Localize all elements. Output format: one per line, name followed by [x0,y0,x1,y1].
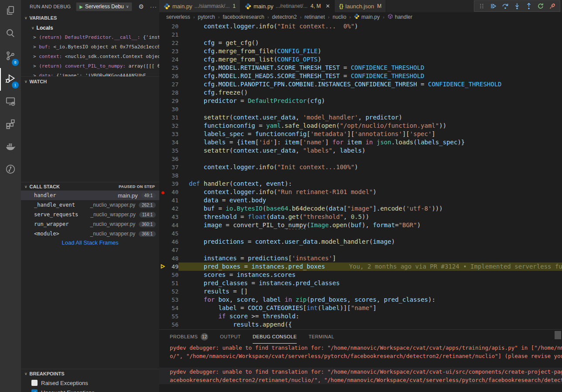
activity-docker[interactable] [0,136,21,159]
gutter-cell[interactable] [159,304,166,312]
stack-frame-row[interactable]: serve_requests_nuclio_wrapper.py114:1 [21,210,159,219]
editor-tab-main.py[interactable]: main.py.../siammask/...1 [159,0,240,12]
gutter-cell[interactable] [159,39,166,47]
variables-section-header[interactable]: ∨ VARIABLES [21,14,159,22]
gutter-cell[interactable] [159,171,166,180]
gutter-cell[interactable] [159,320,166,329]
breakpoint-icon[interactable]: ● [159,188,166,196]
close-icon[interactable]: ✕ [326,3,330,9]
step-into-icon[interactable] [514,3,521,10]
gutter-cell[interactable] [159,72,166,80]
code-line-20: 20 context.logger.info("Init context... … [159,22,562,31]
line-number: 41 [166,196,178,205]
gutter-cell[interactable] [159,47,166,55]
gutter-cell[interactable] [159,31,166,39]
gutter-cell[interactable] [159,163,166,171]
variable-row[interactable]: > context: <nuclio_sdk.context.Context o… [21,52,159,61]
gutter-cell[interactable] [159,180,166,188]
gear-icon[interactable]: ⚙ [138,3,144,10]
launch-config-dropdown[interactable]: ▶ Serverless Debu ∨ [76,2,132,11]
panel-scrollbar-thumb[interactable] [555,331,561,339]
gutter-cell[interactable] [159,22,166,31]
watch-section-header[interactable]: ∨ WATCH [21,76,159,86]
gutter-cell[interactable] [159,296,166,304]
locals-scope-row[interactable]: ∨ Locals [21,23,159,33]
disconnect-icon[interactable] [549,3,556,10]
breadcrumb-separator: › [193,14,195,20]
breadcrumb-item-pytorch[interactable]: pytorch [198,14,215,20]
breadcrumb-separator: › [300,14,302,20]
gutter-cell[interactable] [159,97,166,105]
breadcrumb-item-handler[interactable]: handler [387,14,412,20]
frame-name: handler [34,192,56,198]
console-log-entry[interactable]: pydev debugger: unable to find translati… [159,344,562,360]
activity-commit-graph[interactable] [0,159,21,181]
panel-tab-output[interactable]: OUTPUT [220,330,241,344]
continue-icon[interactable] [490,3,497,10]
gutter-cell[interactable] [159,138,166,147]
gutter-cell[interactable] [159,221,166,229]
checkbox-unchecked[interactable] [31,380,38,386]
breadcrumb-item-facebookresearch[interactable]: facebookresearch [223,14,264,20]
activity-run-debug[interactable]: 1 [0,68,21,91]
stack-frame-row[interactable]: run_wrapper_nuclio_wrapper.py360:1 [21,219,159,229]
gutter-cell[interactable] [159,122,166,130]
gutter-cell[interactable] [159,80,166,89]
variable-row[interactable]: > data: {'image': 'iVBORw0KGgoAAAANSUhE… [21,71,159,76]
variable-row[interactable]: > (return) convert_PIL_to_numpy: array([… [21,61,159,71]
call-stack-section-header[interactable]: ∨ CALL STACK PAUSED ON STEP [21,182,159,191]
gutter-cell[interactable] [159,64,166,72]
panel-tab-debug-console[interactable]: DEBUG CONSOLE [253,330,297,344]
checkbox-checked[interactable]: ✓ [31,389,38,392]
gutter-cell[interactable] [159,55,166,64]
variable-row[interactable]: > (return) DefaultPredictor.__call__: {'… [21,33,159,42]
breadcrumb-item-serverless[interactable]: serverless [166,14,190,20]
breadcrumb-item-main.py[interactable]: main.py [354,14,380,20]
gutter-cell[interactable] [159,205,166,213]
editor-tab-main.py[interactable]: main.py.../retinanet/...4, M✕ [240,0,335,12]
gutter-cell[interactable] [159,287,166,296]
gutter-cell[interactable] [159,312,166,320]
editor-tab-launch.json[interactable]: {}launch.jsonM [335,0,386,12]
more-actions-icon[interactable]: ··· [150,3,157,10]
code-area[interactable]: 20 context.logger.info("Init context... … [159,22,562,329]
stack-frame-row[interactable]: _handle_event_nuclio_wrapper.py262:1 [21,200,159,210]
gutter-cell[interactable] [159,246,166,254]
panel-tab-terminal[interactable]: TERMINAL [308,330,334,344]
variable-row[interactable]: > buf: <_io.BytesIO object at 0x7f5a2dc1… [21,42,159,52]
gutter-cell[interactable] [159,279,166,287]
gutter-cell[interactable] [159,130,166,138]
breadcrumb-item-nuclio[interactable]: nuclio [332,14,346,20]
activity-search[interactable] [0,23,21,45]
current-line-arrow-icon[interactable] [159,262,166,271]
load-all-stack-frames-link[interactable]: Load All Stack Frames [21,239,159,248]
activity-source-control[interactable]: 8 [0,45,21,68]
stack-frame-row[interactable]: handlermain.py49:1 [21,191,159,200]
gutter-cell[interactable] [159,229,166,238]
activity-remote-explorer[interactable] [0,91,21,113]
breadcrumb-item-retinanet[interactable]: retinanet [305,14,325,20]
gutter-cell[interactable] [159,147,166,155]
gutter-cell[interactable] [159,238,166,246]
breakpoint-uncaught-exceptions[interactable]: ✓ Uncaught Exceptions [21,388,159,392]
gutter-cell[interactable] [159,89,166,97]
gutter-cell[interactable] [159,213,166,221]
debug-console-output[interactable]: pydev debugger: unable to find translati… [159,344,562,384]
gutter-cell[interactable] [159,254,166,262]
gutter-cell[interactable] [159,196,166,205]
restart-icon[interactable] [537,3,544,10]
gutter-cell[interactable] [159,113,166,122]
step-over-icon[interactable] [502,3,509,10]
breakpoint-raised-exceptions[interactable]: Raised Exceptions [21,378,159,388]
console-log-entry[interactable]: pydev debugger: unable to find translati… [159,368,562,384]
stack-frame-row[interactable]: <module>_nuclio_wrapper.py366:1 [21,229,159,239]
activity-extensions[interactable] [0,113,21,136]
step-out-icon[interactable] [525,3,532,10]
breakpoints-section-header[interactable]: ∨ BREAKPOINTS [21,369,159,378]
panel-tab-problems[interactable]: PROBLEMS12 [170,330,208,344]
breadcrumb-item-detectron2[interactable]: detectron2 [272,14,297,20]
gutter-cell[interactable] [159,271,166,279]
gutter-cell[interactable] [159,105,166,113]
gutter-cell[interactable] [159,155,166,163]
activity-files[interactable] [0,0,21,23]
